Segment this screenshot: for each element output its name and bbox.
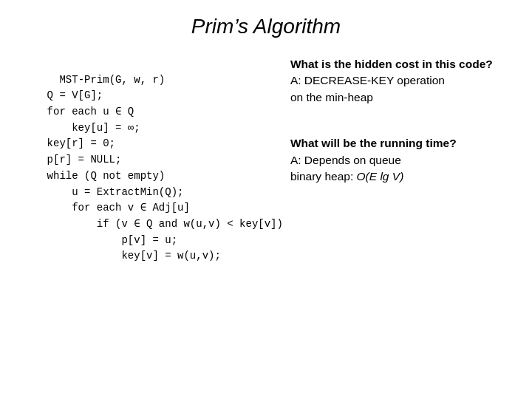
math-expression: O(E lg V) [357, 170, 404, 183]
content-area: MST-Prim(G, w, r) Q = V[G]; for each u ∈… [22, 56, 510, 281]
callout2-question: What will be the running time? [290, 135, 510, 151]
callout-box-1: What is the hidden cost in this code? A:… [290, 56, 510, 106]
code-line-1: MST-Prim(G, w, r) Q = V[G]; for each u ∈… [22, 74, 283, 262]
right-panel: What is the hidden cost in this code? A:… [283, 56, 510, 185]
page: Prim’s Algorithm MST-Prim(G, w, r) Q = V… [0, 0, 532, 399]
callout1-answer: A: DECREASE-KEY operationon the min-heap [290, 72, 510, 106]
callout1-question: What is the hidden cost in this code? [290, 56, 510, 72]
code-block: MST-Prim(G, w, r) Q = V[G]; for each u ∈… [22, 56, 283, 281]
callout2-answer: A: Depends on queuebinary heap: O(E lg V… [290, 152, 510, 185]
page-title: Prim’s Algorithm [22, 15, 510, 38]
callout-box-2: What will be the running time? A: Depend… [290, 135, 510, 185]
